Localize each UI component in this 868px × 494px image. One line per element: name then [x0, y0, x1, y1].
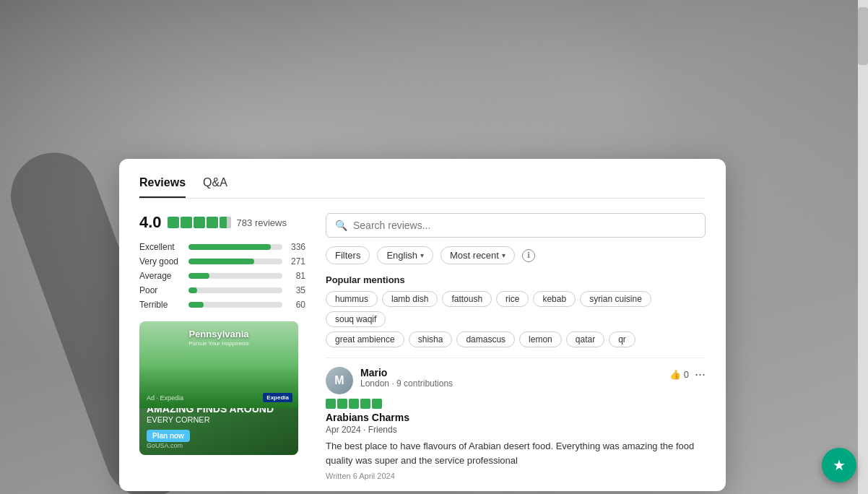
- reviewer-name: Mario: [360, 367, 453, 378]
- tag-syrian-cuisine[interactable]: syrian cuisine: [580, 291, 651, 307]
- tag-qr[interactable]: qr: [609, 332, 635, 347]
- tag-great-ambience[interactable]: great ambience: [326, 332, 404, 347]
- scrollbar-thumb[interactable]: [858, 7, 868, 65]
- review-star-5: [372, 399, 382, 409]
- bar-label-poor: Poor: [139, 285, 183, 295]
- bar-fill-verygood: [188, 259, 254, 264]
- more-options-button[interactable]: ···: [695, 367, 706, 382]
- bar-track-terrible: [188, 302, 282, 308]
- review-date: Written 6 April 2024: [326, 472, 706, 480]
- review-star-2: [337, 399, 347, 409]
- ad-content: Ad · Expedia AMAZING FINDS AROUND EVERY …: [139, 389, 298, 455]
- bar-fill-average: [188, 273, 209, 279]
- star-3: [194, 217, 205, 228]
- chevron-down-icon: ▾: [420, 251, 424, 259]
- reviewer-details: Mario London · 9 contributions: [360, 367, 453, 389]
- right-panel: 🔍 Filters English ▾ Most recent ▾ ℹ Popu…: [326, 213, 706, 480]
- tag-kebab[interactable]: kebab: [533, 291, 576, 307]
- content-layout: 4.0 783 reviews Excellent 336: [139, 213, 706, 480]
- star-icon: ★: [833, 456, 846, 474]
- bar-verygood: Very good 271: [139, 256, 305, 266]
- tab-bar: Reviews Q&A: [139, 176, 706, 199]
- review-star-1: [326, 399, 336, 409]
- tag-shisha[interactable]: shisha: [409, 332, 453, 347]
- tag-fattoush[interactable]: fattoush: [442, 291, 492, 307]
- tags-row-2: great ambience shisha damascus lemon qat…: [326, 332, 706, 347]
- search-bar[interactable]: 🔍: [326, 213, 706, 238]
- bar-track-poor: [188, 287, 282, 293]
- bar-terrible: Terrible 60: [139, 300, 305, 310]
- chevron-down-icon: ▾: [502, 251, 505, 259]
- left-panel: 4.0 783 reviews Excellent 336: [139, 213, 305, 480]
- review-title: Arabians Charms: [326, 412, 706, 423]
- like-button[interactable]: 👍 0: [669, 369, 689, 380]
- reviewer-info: M Mario London · 9 contributions: [326, 367, 453, 394]
- popular-mentions-title: Popular mentions: [326, 274, 706, 285]
- language-label: English: [386, 250, 417, 261]
- reviews-card: Reviews Q&A 4.0 783 reviews Excellent: [119, 159, 726, 491]
- bar-label-verygood: Very good: [139, 256, 183, 266]
- bar-excellent: Excellent 336: [139, 242, 305, 252]
- reviewer-meta: London · 9 contributions: [360, 378, 453, 389]
- ad-cta-button[interactable]: Plan now: [147, 430, 190, 442]
- bar-count-average: 81: [288, 271, 305, 281]
- bar-fill-terrible: [188, 302, 204, 308]
- tag-qatar[interactable]: qatar: [566, 332, 604, 347]
- ad-small-text: Ad · Expedia: [147, 394, 291, 402]
- bar-label-average: Average: [139, 271, 183, 281]
- like-count: 0: [684, 369, 689, 380]
- tag-damascus[interactable]: damascus: [456, 332, 515, 347]
- tag-rice[interactable]: rice: [496, 291, 529, 307]
- info-icon[interactable]: ℹ: [522, 249, 535, 262]
- rating-summary: 4.0 783 reviews: [139, 213, 305, 232]
- review-card: M Mario London · 9 contributions 👍 0 ···: [326, 358, 706, 480]
- star-5-half: [220, 217, 231, 228]
- bar-fill-poor: [188, 287, 197, 293]
- sort-dropdown[interactable]: Most recent ▾: [440, 246, 515, 264]
- review-star-4: [360, 399, 370, 409]
- reviewer-actions: 👍 0 ···: [669, 367, 706, 382]
- tab-qa[interactable]: Q&A: [203, 176, 227, 198]
- rating-score: 4.0: [139, 213, 162, 232]
- popular-mentions: Popular mentions hummus lamb dish fattou…: [326, 274, 706, 347]
- search-input[interactable]: [353, 220, 696, 231]
- bar-poor: Poor 35: [139, 285, 305, 295]
- rating-stars: [168, 217, 231, 228]
- review-stars: [326, 399, 706, 409]
- bar-fill-excellent: [188, 244, 271, 250]
- filter-bar: Filters English ▾ Most recent ▾ ℹ: [326, 246, 706, 264]
- tag-hummus[interactable]: hummus: [326, 291, 378, 307]
- review-star-3: [349, 399, 359, 409]
- tab-reviews[interactable]: Reviews: [139, 176, 186, 198]
- rating-bars: Excellent 336 Very good 271 Average: [139, 242, 305, 310]
- review-text: The best place to have flavours of Arabi…: [326, 439, 706, 467]
- ad-subtitle: Pursue Your Happiness: [188, 340, 249, 347]
- ad-source: GoUSA.com: [147, 442, 291, 449]
- filters-button[interactable]: Filters: [326, 246, 370, 264]
- page-scrollbar[interactable]: [858, 0, 868, 494]
- tag-lamb-dish[interactable]: lamb dish: [382, 291, 438, 307]
- tag-lemon[interactable]: lemon: [519, 332, 562, 347]
- bar-label-terrible: Terrible: [139, 300, 183, 310]
- language-dropdown[interactable]: English ▾: [377, 246, 433, 264]
- star-2: [181, 217, 192, 228]
- advertisement: Ad Pennsylvania Pursue Your Happiness Ex…: [139, 321, 298, 455]
- bar-track-average: [188, 273, 282, 279]
- star-4: [207, 217, 218, 228]
- tag-souq-waqif[interactable]: souq waqif: [326, 311, 386, 327]
- bar-average: Average 81: [139, 271, 305, 281]
- bar-count-excellent: 336: [288, 242, 305, 252]
- avatar: M: [326, 367, 353, 394]
- bar-count-verygood: 271: [288, 256, 305, 266]
- bar-label-excellent: Excellent: [139, 242, 183, 252]
- reviewer-row: M Mario London · 9 contributions 👍 0 ···: [326, 367, 706, 394]
- floating-action-button[interactable]: ★: [822, 448, 856, 482]
- ad-sub-subtitle: EVERY CORNER: [147, 415, 291, 424]
- ad-brand-title: Pennsylvania: [188, 329, 248, 339]
- bar-track-excellent: [188, 244, 282, 250]
- tags-row-1: hummus lamb dish fattoush rice kebab syr…: [326, 291, 706, 327]
- bar-track-verygood: [188, 259, 282, 264]
- bar-count-terrible: 60: [288, 300, 305, 310]
- sort-label: Most recent: [450, 250, 499, 261]
- bar-count-poor: 35: [288, 285, 305, 295]
